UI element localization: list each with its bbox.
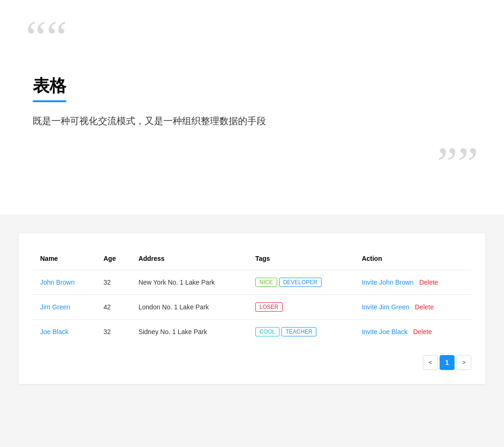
- col-header-tags: Tags: [248, 247, 354, 270]
- data-table: Name Age Address Tags Action John Brown3…: [33, 247, 471, 344]
- tag-badge: DEVELOPER: [279, 278, 322, 287]
- table-row: John Brown32New York No. 1 Lake ParkNICE…: [33, 270, 471, 295]
- hero-section: ““ 表格 既是一种可视化交流模式，又是一种组织整理数据的手段 ””: [0, 0, 504, 215]
- delete-button[interactable]: Delete: [413, 328, 432, 335]
- name-link[interactable]: John Brown: [40, 279, 75, 286]
- hero-content: 表格 既是一种可视化交流模式，又是一种组织整理数据的手段: [28, 19, 476, 128]
- age-cell: 32: [96, 270, 131, 295]
- col-header-action: Action: [354, 247, 471, 270]
- age-cell: 32: [96, 320, 131, 344]
- tag-badge: TEACHER: [281, 327, 316, 336]
- page-title: 表格: [33, 75, 66, 102]
- action-cell: Invite John BrownDelete: [354, 270, 471, 295]
- col-header-age: Age: [96, 247, 131, 270]
- chevron-right-icon: >: [462, 359, 465, 366]
- invite-button[interactable]: Invite John Brown: [362, 279, 413, 286]
- tags-cell: NICEDEVELOPER: [248, 270, 354, 295]
- tag-badge: NICE: [255, 278, 277, 287]
- table-row: Jim Green42London No. 1 Lake ParkLOSERIn…: [33, 295, 471, 320]
- name-link[interactable]: Joe Black: [40, 328, 69, 335]
- tag-badge: LOSER: [255, 302, 283, 312]
- pagination: < 1 >: [33, 355, 471, 370]
- pagination-page-1-button[interactable]: 1: [440, 355, 455, 370]
- table-row: Joe Black32Sidney No. 1 Lake ParkCOOLTEA…: [33, 320, 471, 344]
- delete-button[interactable]: Delete: [419, 279, 438, 286]
- invite-button[interactable]: Invite Joe Black: [362, 328, 407, 335]
- page-number: 1: [445, 359, 449, 366]
- tag-badge: COOL: [255, 327, 280, 336]
- pagination-prev-button[interactable]: <: [423, 355, 438, 370]
- name-link[interactable]: Jim Green: [40, 303, 70, 311]
- page-subtitle: 既是一种可视化交流模式，又是一种组织整理数据的手段: [33, 113, 476, 128]
- quote-mark-right-icon: ””: [437, 140, 478, 187]
- action-cell: Invite Jim GreenDelete: [354, 295, 471, 320]
- table-section: Name Age Address Tags Action John Brown3…: [0, 215, 504, 447]
- age-cell: 42: [96, 295, 131, 320]
- invite-button[interactable]: Invite Jim Green: [362, 303, 409, 311]
- quote-mark-left-icon: ““: [26, 14, 67, 61]
- col-header-address: Address: [131, 247, 248, 270]
- delete-button[interactable]: Delete: [415, 303, 434, 311]
- tags-cell: COOLTEACHER: [248, 320, 354, 344]
- address-cell: New York No. 1 Lake Park: [131, 270, 248, 295]
- action-cell: Invite Joe BlackDelete: [354, 320, 471, 344]
- pagination-next-button[interactable]: >: [456, 355, 471, 370]
- table-container: Name Age Address Tags Action John Brown3…: [19, 233, 485, 384]
- col-header-name: Name: [33, 247, 96, 270]
- tags-cell: LOSER: [248, 295, 354, 320]
- address-cell: Sidney No. 1 Lake Park: [131, 320, 248, 344]
- address-cell: London No. 1 Lake Park: [131, 295, 248, 320]
- table-header-row: Name Age Address Tags Action: [33, 247, 471, 270]
- chevron-left-icon: <: [428, 359, 432, 366]
